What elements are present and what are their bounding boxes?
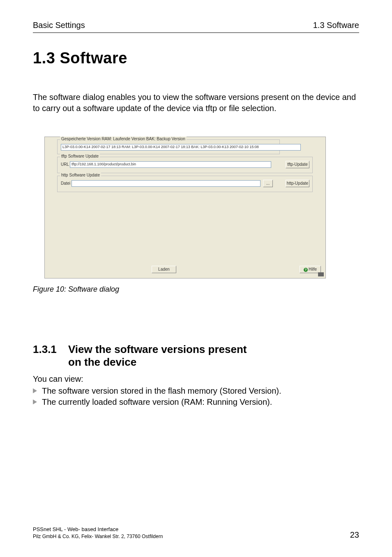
subheading-line2: on the device <box>68 356 359 369</box>
http-file-input[interactable] <box>71 180 261 187</box>
tftp-url-input[interactable]: tftp://192.168.1.100/product/product.bin <box>70 161 271 168</box>
hilfe-label: Hilfe <box>309 267 317 272</box>
tftp-url-label: URL <box>61 162 69 167</box>
http-fieldset: http Software Update Datei ... http-Upda… <box>57 176 313 192</box>
intro-paragraph: The software dialog enables you to view … <box>33 92 359 114</box>
header-rule <box>33 32 359 33</box>
tftp-fieldset: tftp Software Update URL tftp://192.168.… <box>57 157 313 173</box>
subheading-line1: View the software versions present <box>68 343 247 356</box>
software-dialog-screenshot: Gespeicherte Version RAM: Laufende Versi… <box>44 137 326 278</box>
bullet-list: The software version stored in the flash… <box>33 385 359 408</box>
subheading-number: 1.3.1 <box>33 343 68 356</box>
footer-line1: PSSnet SHL - Web- based Interface <box>33 526 163 533</box>
versions-fieldset: Gespeicherte Version RAM: Laufende Versi… <box>57 139 280 154</box>
file-browse-button[interactable]: ... <box>263 180 273 187</box>
figure-caption: Figure 10: Software dialog <box>33 285 359 294</box>
footer-line2: Pilz GmbH & Co. KG, Felix- Wankel Str. 2… <box>33 533 163 540</box>
http-legend: http Software Update <box>60 173 101 177</box>
versions-input[interactable]: L3P-03.0.00-K14 2007-02-17 18:13 RAM: L3… <box>61 144 301 151</box>
list-item: The software version stored in the flash… <box>33 385 359 397</box>
header-right: 1.3 Software <box>313 21 359 30</box>
page-title: 1.3 Software <box>33 49 359 67</box>
page-footer: PSSnet SHL - Web- based Interface Pilz G… <box>33 526 359 540</box>
subheading: 1.3.1View the software versions present … <box>33 343 359 369</box>
laden-button[interactable]: Laden <box>152 266 176 273</box>
list-item: The currently loaded software version (R… <box>33 397 359 408</box>
tftp-legend: tftp Software Update <box>60 154 100 158</box>
resize-grip-icon <box>318 272 324 276</box>
http-update-button[interactable]: http-Update <box>286 180 309 187</box>
versions-legend: Gespeicherte Version RAM: Laufende Versi… <box>60 137 187 141</box>
help-icon: ? <box>304 268 308 272</box>
lead-text: You can view: <box>33 374 359 384</box>
header-left: Basic Settings <box>33 21 85 30</box>
tftp-update-button[interactable]: tftp-Update <box>286 161 309 168</box>
page-number: 23 <box>350 530 359 540</box>
http-file-label: Datei <box>61 181 70 186</box>
